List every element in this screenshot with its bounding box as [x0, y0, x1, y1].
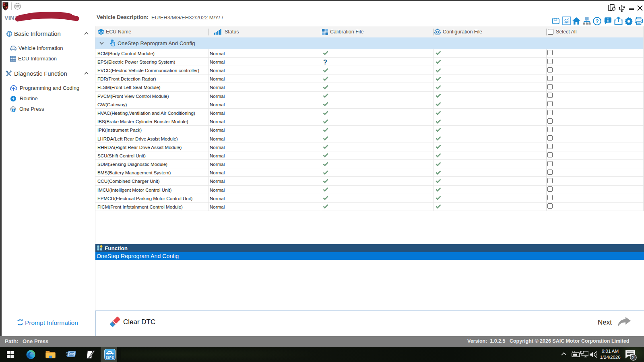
svg-text:?: ?: [595, 18, 599, 24]
svg-text:2: 2: [632, 355, 634, 360]
svg-text:SIPS: SIPS: [105, 356, 114, 360]
